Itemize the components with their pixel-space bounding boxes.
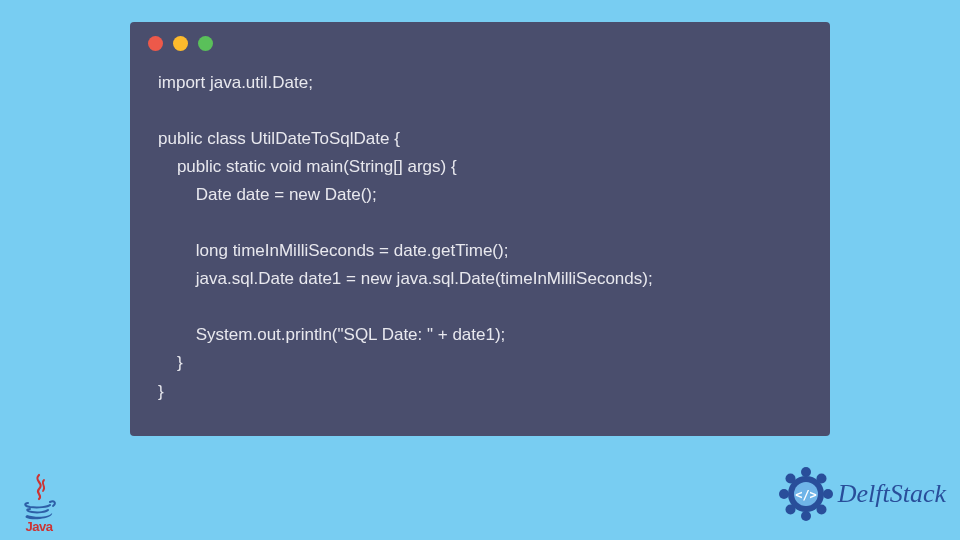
java-logo-label: Java bbox=[26, 519, 53, 534]
svg-point-6 bbox=[779, 489, 789, 499]
svg-text:</>: </> bbox=[795, 488, 817, 502]
window-titlebar bbox=[130, 22, 830, 63]
delftstack-label: DelftStack bbox=[838, 479, 946, 509]
delftstack-badge-icon: </> bbox=[776, 464, 836, 524]
code-window: import java.util.Date; public class Util… bbox=[130, 22, 830, 436]
java-logo: Java bbox=[14, 464, 64, 534]
zoom-icon[interactable] bbox=[198, 36, 213, 51]
svg-point-0 bbox=[801, 467, 811, 477]
svg-point-2 bbox=[823, 489, 833, 499]
java-cup-icon bbox=[20, 473, 58, 521]
svg-point-4 bbox=[801, 511, 811, 521]
code-block: import java.util.Date; public class Util… bbox=[130, 63, 830, 416]
delftstack-logo: </> DelftStack bbox=[776, 464, 946, 524]
close-icon[interactable] bbox=[148, 36, 163, 51]
minimize-icon[interactable] bbox=[173, 36, 188, 51]
